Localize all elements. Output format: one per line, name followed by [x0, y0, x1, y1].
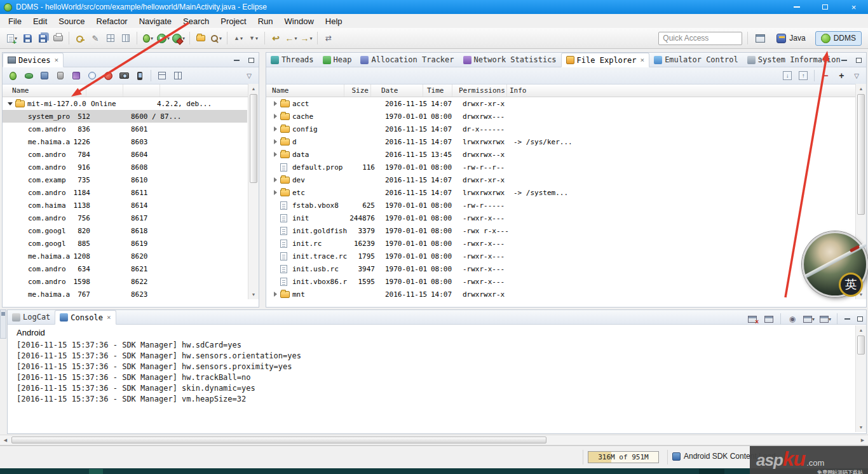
dump-hprof-button[interactable] [37, 69, 51, 83]
dropdown-icon[interactable]: ▾ [294, 36, 297, 41]
horizontal-scrollbar[interactable]: ◀ ▶ [0, 435, 868, 445]
device-row[interactable]: com.andro 756 8617 [3, 212, 247, 224]
new-wizard-button[interactable]: ▾ [5, 30, 19, 46]
device-row[interactable]: com.googl 820 8618 [3, 224, 247, 237]
pin-editor-button[interactable]: ⇄ [322, 30, 336, 46]
expand-caret-icon[interactable] [6, 99, 15, 108]
pull-file-button[interactable]: ↓ [780, 69, 794, 83]
expand-caret-icon[interactable] [271, 226, 280, 235]
device-row[interactable]: me.haima.a 1226 8603 [3, 135, 247, 148]
console-output[interactable]: [2016-11-15 15:37:36 - SDK Manager] hw.s… [10, 340, 866, 405]
file-row[interactable]: init.rc 16239 1970-01-01 08:00 -rwxr-x--… [266, 237, 855, 250]
device-row[interactable]: com.andro 1598 8622 [3, 275, 247, 288]
scroll-down-icon[interactable]: ▼ [856, 423, 866, 432]
console-tab[interactable]: LogCat × [8, 310, 55, 324]
perspective-ddms-button[interactable]: DDMS [815, 31, 862, 46]
file-row[interactable]: init.goldfish 3379 1970-01-01 08:00 -rwx… [266, 224, 855, 237]
dropdown-icon[interactable]: ▾ [812, 316, 815, 322]
file-row[interactable]: cache 1970-01-01 08:00 drwxrwx--- [266, 110, 855, 123]
stop-process-button[interactable] [101, 69, 115, 83]
file-row[interactable]: dev 2016-11-15 14:07 drwxr-xr-x [266, 173, 855, 186]
expand-caret-icon[interactable] [6, 239, 15, 248]
scrollbar-thumb[interactable] [857, 94, 865, 215]
device-row[interactable]: com.andro 634 8621 [3, 262, 247, 275]
print-button[interactable] [51, 30, 65, 46]
column-size[interactable]: Size [344, 85, 371, 97]
open-console-button[interactable]: ▾ [818, 312, 832, 326]
tab-close-icon[interactable]: × [55, 56, 59, 64]
menu-item[interactable]: Refactor [91, 15, 133, 27]
close-button[interactable]: × [839, 0, 868, 14]
file-row[interactable]: init.trace.rc 1795 1970-01-01 08:00 -rwx… [266, 250, 855, 262]
expand-caret-icon[interactable] [6, 137, 15, 146]
console-scrollbar[interactable]: ▲ ▼ [855, 325, 866, 432]
expand-caret-icon[interactable] [271, 213, 280, 222]
dropdown-icon[interactable]: ▾ [240, 36, 243, 41]
column-date[interactable]: Date [381, 85, 423, 97]
expand-caret-icon[interactable] [6, 125, 15, 133]
device-row[interactable]: com.andro 784 8604 [3, 148, 247, 161]
minimized-view-bar[interactable] [0, 309, 6, 339]
devices-scrollbar[interactable]: ▲ ▼ [248, 84, 259, 299]
dropdown-icon[interactable]: ▾ [255, 36, 258, 41]
device-row[interactable]: com.andro 1184 8611 [3, 186, 247, 199]
expand-caret-icon[interactable] [271, 277, 280, 286]
scrollbar-thumb[interactable] [250, 94, 257, 183]
expand-caret-icon[interactable] [271, 201, 280, 210]
method-profiling-button[interactable] [85, 69, 99, 83]
menu-item[interactable]: Source [53, 15, 90, 27]
menu-item[interactable]: Project [215, 15, 252, 27]
explorer-tab[interactable]: Heap × [318, 53, 356, 67]
file-row[interactable]: mnt 2016-11-15 14:07 drwxrwxr-x [266, 288, 855, 301]
scroll-lock-button[interactable] [762, 312, 776, 326]
dropdown-icon[interactable]: ▾ [219, 36, 222, 41]
file-row[interactable]: fstab.vbox8 625 1970-01-01 08:00 -rw-r--… [266, 199, 855, 212]
tab-close-icon[interactable]: × [641, 56, 645, 64]
explorer-tab[interactable]: Threads × [266, 53, 318, 67]
menu-item[interactable]: Help [320, 15, 348, 27]
dropdown-icon[interactable]: ▾ [151, 36, 153, 41]
device-row[interactable]: com.googl 885 8619 [3, 237, 247, 250]
file-row[interactable]: d 2016-11-15 14:07 lrwxrwxrwx -> /sys/ke… [266, 135, 855, 148]
expand-caret-icon[interactable] [6, 290, 15, 299]
device-row[interactable]: com.haima 1138 8614 [3, 199, 247, 212]
expand-caret-icon[interactable] [271, 264, 280, 273]
grid-button[interactable] [104, 30, 118, 46]
search-button[interactable]: ▾ [209, 30, 223, 46]
expand-caret-icon[interactable] [6, 175, 15, 184]
scrollbar-thumb[interactable] [857, 335, 865, 355]
last-edit-location-button[interactable]: ↩ [269, 30, 283, 46]
device-row[interactable]: mit-mi-127.0.0 Online 4.2.2, deb... [3, 97, 247, 110]
device-row[interactable]: com.andro 836 8601 [3, 123, 247, 135]
expand-caret-icon[interactable] [271, 163, 280, 172]
expand-caret-icon[interactable] [6, 252, 15, 261]
debug-process-button[interactable] [6, 69, 20, 83]
expand-caret-icon[interactable] [6, 112, 15, 121]
forward-button[interactable]: →▾ [299, 30, 313, 46]
perspective-java-button[interactable]: Java [771, 31, 811, 46]
maximize-view-icon[interactable] [855, 315, 865, 324]
expand-caret-icon[interactable] [271, 252, 280, 261]
file-row[interactable]: default.prop 116 1970-01-01 08:00 -rw-r-… [266, 161, 855, 173]
scroll-up-icon[interactable]: ▲ [248, 84, 259, 93]
expand-caret-icon[interactable] [6, 201, 15, 210]
external-tools-button[interactable]: ▾ [172, 30, 186, 46]
scroll-up-icon[interactable]: ▲ [856, 325, 866, 335]
file-row[interactable]: config 2016-11-15 14:07 dr-x------ [266, 123, 855, 135]
maximize-button[interactable] [811, 0, 839, 14]
devices-header[interactable]: Name [3, 85, 259, 97]
menu-item[interactable]: Run [252, 15, 279, 27]
device-row[interactable]: me.haima.a 767 8623 [3, 288, 247, 301]
menu-item[interactable]: Search [177, 15, 215, 27]
key-button[interactable] [73, 30, 87, 46]
column-info[interactable]: Info [510, 86, 866, 95]
scroll-right-icon[interactable]: ▶ [857, 435, 868, 445]
device-row[interactable]: me.haima.a 1208 8620 [3, 250, 247, 262]
file-row[interactable]: etc 2016-11-15 14:07 lrwxrwxrwx -> /syst… [266, 186, 855, 199]
update-heap-button[interactable] [22, 69, 36, 83]
back-button[interactable]: ←▾ [284, 30, 298, 46]
display-console-button[interactable]: ▾ [802, 312, 816, 326]
quick-access-input[interactable] [658, 32, 742, 45]
scroll-left-icon[interactable]: ◀ [0, 435, 11, 445]
expand-caret-icon[interactable] [6, 277, 15, 286]
